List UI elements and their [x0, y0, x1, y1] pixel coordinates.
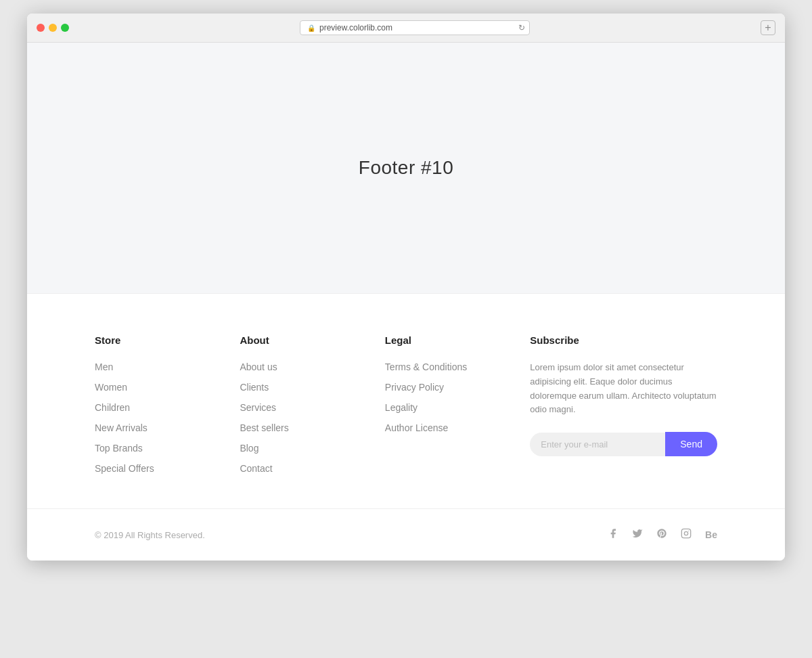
pinterest-icon[interactable] — [656, 528, 667, 542]
store-links: Men Women Children New Arrivals Top Bran… — [95, 361, 212, 475]
footer: Store Men Women Children New Arrivals To… — [27, 293, 785, 561]
copyright-text: © 2019 All Rights Reserved. — [95, 530, 205, 540]
footer-col-legal: Legal Terms & Conditions Privacy Policy … — [385, 334, 503, 475]
subscribe-heading: Subscribe — [530, 334, 717, 346]
list-item: Contact — [240, 462, 357, 475]
store-link-men[interactable]: Men — [95, 361, 113, 372]
page-body: Footer #10 — [27, 43, 785, 293]
store-link-top-brands[interactable]: Top Brands — [95, 443, 143, 454]
traffic-lights — [37, 24, 69, 32]
browser-chrome: 🔒 preview.colorlib.com ↻ + — [27, 14, 785, 43]
list-item: Services — [240, 401, 357, 414]
twitter-icon[interactable] — [632, 528, 643, 542]
lock-icon: 🔒 — [307, 24, 315, 32]
store-link-women[interactable]: Women — [95, 382, 127, 393]
subscribe-form: Send — [530, 432, 717, 456]
store-link-new-arrivals[interactable]: New Arrivals — [95, 422, 148, 433]
url-bar[interactable]: 🔒 preview.colorlib.com ↻ — [300, 20, 530, 35]
address-bar: 🔒 preview.colorlib.com ↻ — [76, 20, 754, 35]
svg-point-2 — [688, 531, 689, 531]
minimize-button[interactable] — [49, 24, 57, 32]
store-link-children[interactable]: Children — [95, 402, 130, 413]
about-link-contact[interactable]: Contact — [240, 463, 272, 474]
email-input[interactable] — [530, 433, 665, 456]
legal-heading: Legal — [385, 334, 503, 346]
social-icons: Be — [608, 528, 717, 542]
footer-col-subscribe: Subscribe Lorem ipsum dolor sit amet con… — [530, 334, 717, 475]
list-item: Best sellers — [240, 422, 357, 434]
legal-link-terms[interactable]: Terms & Conditions — [385, 361, 467, 372]
facebook-icon[interactable] — [608, 528, 618, 542]
legal-link-legality[interactable]: Legality — [385, 402, 418, 413]
list-item: Women — [95, 381, 212, 393]
store-heading: Store — [95, 334, 212, 346]
browser-window: 🔒 preview.colorlib.com ↻ + Footer #10 St… — [27, 14, 785, 561]
about-link-best-sellers[interactable]: Best sellers — [240, 422, 288, 433]
footer-bottom: © 2019 All Rights Reserved. — [27, 508, 785, 561]
subscribe-description: Lorem ipsum dolor sit amet consectetur a… — [530, 361, 717, 417]
reload-icon[interactable]: ↻ — [518, 23, 525, 32]
list-item: Author License — [385, 422, 503, 434]
list-item: Children — [95, 401, 212, 414]
page-title: Footer #10 — [359, 157, 453, 179]
about-heading: About — [240, 334, 357, 346]
about-link-services[interactable]: Services — [240, 402, 276, 413]
about-links: About us Clients Services Best sellers B… — [240, 361, 357, 475]
footer-col-store: Store Men Women Children New Arrivals To… — [95, 334, 212, 475]
footer-main: Store Men Women Children New Arrivals To… — [27, 294, 785, 508]
list-item: Privacy Policy — [385, 381, 503, 393]
list-item: New Arrivals — [95, 422, 212, 434]
list-item: Special Offers — [95, 462, 212, 475]
behance-icon[interactable]: Be — [705, 529, 717, 540]
url-text: preview.colorlib.com — [319, 23, 392, 32]
legal-link-author-license[interactable]: Author License — [385, 422, 448, 433]
footer-col-about: About About us Clients Services Best sel… — [240, 334, 357, 475]
list-item: Blog — [240, 442, 357, 454]
list-item: Top Brands — [95, 442, 212, 454]
legal-link-privacy[interactable]: Privacy Policy — [385, 382, 444, 393]
legal-links: Terms & Conditions Privacy Policy Legali… — [385, 361, 503, 434]
list-item: Legality — [385, 401, 503, 414]
new-tab-button[interactable]: + — [761, 20, 775, 35]
list-item: Men — [95, 361, 212, 373]
list-item: Clients — [240, 381, 357, 393]
about-link-clients[interactable]: Clients — [240, 382, 269, 393]
list-item: About us — [240, 361, 357, 373]
about-link-about-us[interactable]: About us — [240, 361, 277, 372]
svg-rect-0 — [681, 529, 690, 538]
instagram-icon[interactable] — [681, 528, 692, 542]
list-item: Terms & Conditions — [385, 361, 503, 373]
close-button[interactable] — [37, 24, 45, 32]
store-link-special-offers[interactable]: Special Offers — [95, 463, 154, 474]
about-link-blog[interactable]: Blog — [240, 443, 258, 454]
svg-point-1 — [684, 531, 687, 535]
send-button[interactable]: Send — [665, 432, 717, 456]
maximize-button[interactable] — [61, 24, 69, 32]
